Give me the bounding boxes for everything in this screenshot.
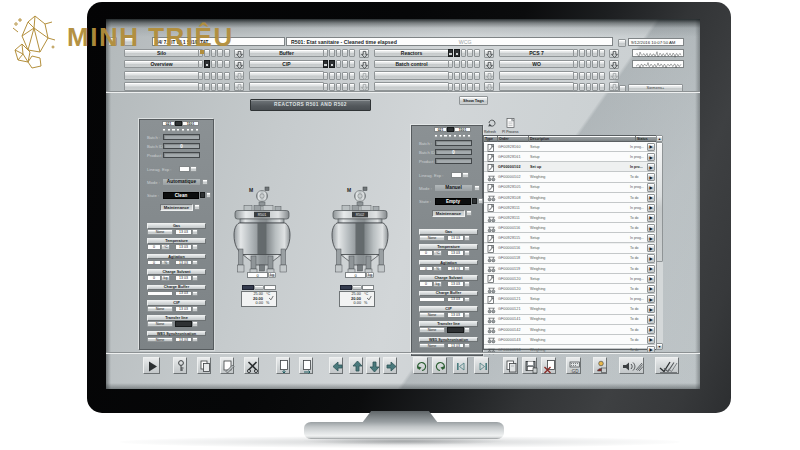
svg-text:M: M — [249, 187, 253, 193]
svg-text:R502: R502 — [356, 213, 365, 217]
svg-text:R501: R501 — [258, 213, 267, 217]
svg-text:M: M — [347, 187, 351, 193]
svg-text::GD: :GD — [571, 369, 580, 374]
